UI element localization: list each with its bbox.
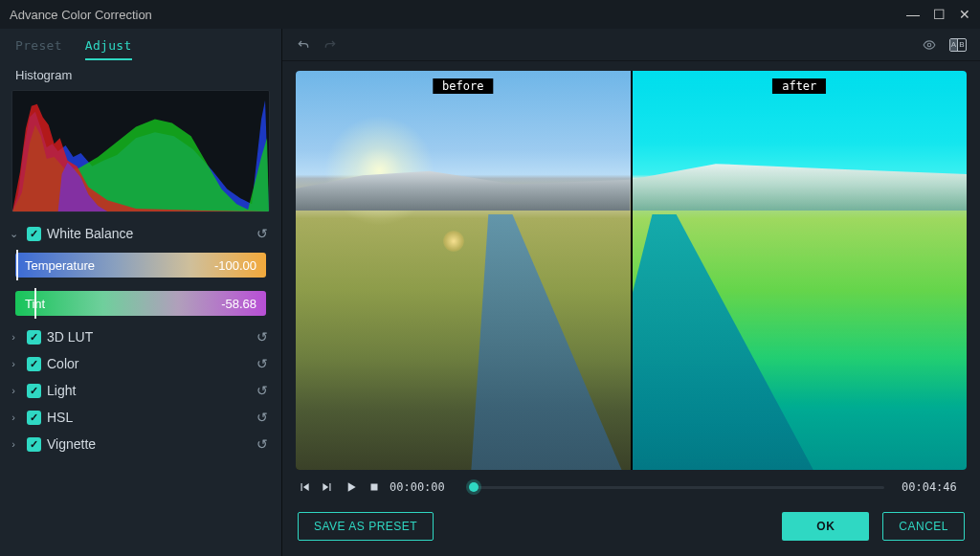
tint-value: -58.68 bbox=[221, 297, 256, 311]
tab-adjust[interactable]: Adjust bbox=[85, 38, 132, 60]
chevron-right-icon: › bbox=[6, 331, 21, 343]
hsl-title: HSL bbox=[47, 410, 73, 425]
next-frame-button[interactable] bbox=[321, 480, 334, 494]
stop-button[interactable] bbox=[368, 481, 380, 493]
light-title: Light bbox=[47, 383, 76, 398]
preview-after: after bbox=[633, 71, 968, 470]
vignette-checkbox[interactable]: ✓ bbox=[27, 437, 41, 452]
total-time: 00:04:46 bbox=[902, 480, 965, 494]
preview-before: before bbox=[296, 71, 631, 470]
before-badge: before bbox=[433, 78, 493, 94]
reset-vignette-icon[interactable]: ↺ bbox=[253, 436, 272, 452]
panel-3d-lut[interactable]: › ✓ 3D LUT ↺ bbox=[0, 323, 281, 350]
histogram-label: Histogram bbox=[0, 60, 281, 86]
title-bar: Advance Color Correction — ☐ ✕ bbox=[0, 0, 980, 29]
panel-light[interactable]: › ✓ Light ↺ bbox=[0, 377, 281, 404]
3d-lut-title: 3D LUT bbox=[47, 329, 93, 345]
reset-hsl-icon[interactable]: ↺ bbox=[253, 410, 272, 425]
chevron-right-icon: › bbox=[6, 385, 21, 396]
panel-hsl[interactable]: › ✓ HSL ↺ bbox=[0, 404, 281, 431]
preview-panel: AB before after 00:00:00 00: bbox=[282, 29, 980, 556]
panel-vignette[interactable]: › ✓ Vignette ↺ bbox=[0, 431, 281, 457]
save-as-preset-button[interactable]: SAVE AS PRESET bbox=[298, 512, 434, 541]
white-balance-sliders: Temperature -100.00 Tint -58.68 bbox=[0, 247, 281, 323]
sidebar-tabs: Preset Adjust bbox=[0, 33, 281, 60]
chevron-right-icon: › bbox=[6, 411, 21, 423]
chevron-down-icon: ⌄ bbox=[6, 228, 21, 240]
transport-bar: 00:00:00 00:04:46 bbox=[282, 474, 980, 499]
tab-preset[interactable]: Preset bbox=[15, 38, 62, 60]
after-badge: after bbox=[772, 78, 826, 94]
reset-white-balance-icon[interactable]: ↺ bbox=[253, 226, 272, 241]
reset-3d-lut-icon[interactable]: ↺ bbox=[253, 329, 272, 345]
prev-frame-button[interactable] bbox=[298, 480, 311, 494]
window-title: Advance Color Correction bbox=[10, 8, 152, 22]
color-checkbox[interactable]: ✓ bbox=[27, 357, 41, 371]
vignette-title: Vignette bbox=[47, 436, 96, 452]
undo-icon[interactable] bbox=[296, 37, 311, 53]
tint-thumb[interactable] bbox=[34, 288, 36, 319]
ok-button[interactable]: OK bbox=[782, 512, 869, 541]
timeline[interactable] bbox=[470, 486, 884, 489]
3d-lut-checkbox[interactable]: ✓ bbox=[27, 330, 41, 345]
white-balance-checkbox[interactable]: ✓ bbox=[27, 227, 41, 241]
cancel-button[interactable]: CANCEL bbox=[882, 512, 965, 541]
panel-color[interactable]: › ✓ Color ↺ bbox=[0, 350, 281, 377]
hsl-checkbox[interactable]: ✓ bbox=[27, 411, 41, 425]
timeline-playhead[interactable] bbox=[469, 482, 479, 492]
histogram bbox=[11, 90, 270, 212]
svg-point-0 bbox=[927, 43, 931, 47]
chevron-right-icon: › bbox=[6, 438, 21, 450]
reset-color-icon[interactable]: ↺ bbox=[253, 356, 272, 371]
redo-icon[interactable] bbox=[323, 37, 338, 53]
window-controls: — ☐ ✕ bbox=[906, 7, 970, 22]
chevron-right-icon: › bbox=[6, 358, 21, 369]
preview-compare: before after bbox=[296, 71, 967, 470]
temperature-label: Temperature bbox=[25, 258, 95, 273]
play-button[interactable] bbox=[344, 479, 359, 495]
temperature-thumb[interactable] bbox=[16, 250, 18, 280]
compare-toggle-icon[interactable]: AB bbox=[949, 38, 967, 52]
white-balance-title: White Balance bbox=[47, 226, 133, 241]
temperature-slider[interactable]: Temperature -100.00 bbox=[15, 253, 266, 278]
preview-toolbar: AB bbox=[282, 29, 980, 61]
tint-slider[interactable]: Tint -58.68 bbox=[15, 291, 266, 316]
svg-rect-1 bbox=[371, 484, 378, 491]
color-title: Color bbox=[47, 356, 78, 371]
footer: SAVE AS PRESET OK CANCEL bbox=[282, 499, 980, 556]
preview-visibility-icon[interactable] bbox=[921, 38, 938, 52]
light-checkbox[interactable]: ✓ bbox=[27, 384, 41, 398]
minimize-icon[interactable]: — bbox=[906, 7, 920, 22]
sidebar: Preset Adjust Histogram ⌄ ✓ White Balanc… bbox=[0, 29, 282, 556]
reset-light-icon[interactable]: ↺ bbox=[253, 383, 272, 398]
maximize-icon[interactable]: ☐ bbox=[933, 7, 946, 22]
current-time: 00:00:00 bbox=[390, 480, 453, 494]
panel-white-balance[interactable]: ⌄ ✓ White Balance ↺ bbox=[0, 220, 281, 247]
temperature-value: -100.00 bbox=[214, 258, 256, 273]
close-icon[interactable]: ✕ bbox=[959, 7, 970, 22]
